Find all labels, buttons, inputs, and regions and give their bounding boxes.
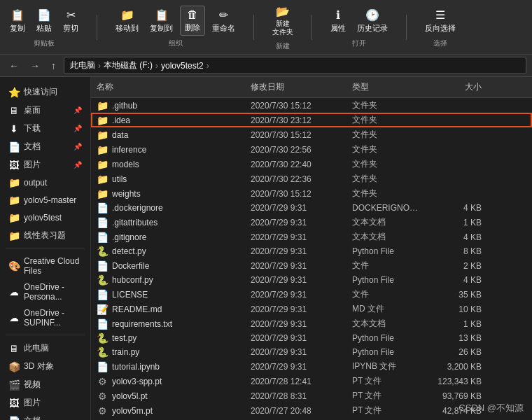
file-name-cell: 🐍 detect.py xyxy=(91,246,245,257)
table-row[interactable]: ⚙ yolov3-spp.pt 2020/7/28 12:41 PT 文件 12… xyxy=(91,374,532,388)
file-icon: 📄 xyxy=(97,202,108,214)
back-button[interactable]: ← xyxy=(6,59,22,73)
file-size-cell: 35 KB xyxy=(427,290,490,300)
file-icon: 📁 xyxy=(97,115,108,126)
file-name: yolov5l.pt xyxy=(112,391,148,401)
history-icon: 🕑 xyxy=(365,8,379,22)
copyto-button[interactable]: 📋 复制到 xyxy=(146,6,177,36)
file-date-cell: 2020/7/29 9:31 xyxy=(245,232,346,242)
file-size-cell: 2 KB xyxy=(427,261,490,271)
sidebar-item-thispc[interactable]: 🖥 此电脑 xyxy=(3,340,88,357)
paste-button[interactable]: 📄 粘贴 xyxy=(32,6,56,36)
file-type-cell: 文本文档 xyxy=(346,231,427,243)
open-buttons: ℹ 属性 🕑 历史记录 xyxy=(326,6,392,36)
table-row[interactable]: 📄 .dockerignore 2020/7/29 9:31 DOCKERIGN… xyxy=(91,201,532,215)
newfolder-icon: 📂 xyxy=(276,5,290,18)
file-date-cell: 2020/7/30 23:12 xyxy=(245,115,346,125)
table-row[interactable]: 📄 requirements.txt 2020/7/29 9:31 文本文档 1… xyxy=(91,316,532,331)
table-row[interactable]: 📄 LICENSE 2020/7/29 9:31 文件 35 KB xyxy=(91,287,532,302)
sidebar-item-cc[interactable]: 🎨 Creative Cloud Files xyxy=(3,253,88,279)
table-row[interactable]: 📄 .gitignore 2020/7/29 9:31 文本文档 4 KB xyxy=(91,230,532,244)
sidebar-item-yolov5test[interactable]: 📁 yolov5test xyxy=(3,209,88,226)
table-row[interactable]: ⚙ yolov5l.pt 2020/7/28 8:31 PT 文件 93,769… xyxy=(91,388,532,403)
sidebar-item-docs2[interactable]: 📄 文档 xyxy=(3,412,88,420)
file-type-cell: 文件夹 xyxy=(346,129,427,141)
table-row[interactable]: 🐍 hubconf.py 2020/7/29 9:31 Python File … xyxy=(91,273,532,287)
file-name-cell: 📄 Dockerfile xyxy=(91,260,245,272)
file-name: .gitignore xyxy=(112,232,146,242)
col-header-size[interactable]: 大小 xyxy=(427,80,490,94)
table-row[interactable]: 📁 .github 2020/7/30 15:12 文件夹 xyxy=(91,98,532,113)
file-size-cell: 123,343 KB xyxy=(427,377,490,386)
delete-button[interactable]: 🗑 删除 xyxy=(180,6,205,36)
cut-button[interactable]: ✂ 剪切 xyxy=(59,6,83,36)
table-row[interactable]: 📁 inference 2020/7/30 22:56 文件夹 xyxy=(91,142,532,157)
table-row[interactable]: 🐍 test.py 2020/7/29 9:31 Python File 13 … xyxy=(91,331,532,345)
file-date-cell: 2020/7/30 22:40 xyxy=(245,160,346,169)
sidebar-item-yolov5master[interactable]: 📁 yolov5-master xyxy=(3,192,88,209)
sidebar-item-docs[interactable]: 📄 文档 📌 xyxy=(3,138,88,155)
file-date-cell: 2020/7/29 9:31 xyxy=(245,319,346,329)
sidebar-item-pictures[interactable]: 🖼 图片 xyxy=(3,394,88,412)
col-header-type[interactable]: 类型 xyxy=(346,80,427,94)
sidebar-item-desktop[interactable]: 🖥 桌面 📌 xyxy=(3,102,88,119)
sidebar-item-output[interactable]: 📁 output xyxy=(3,174,88,191)
sidebar-item-onedrive2[interactable]: ☁ OneDrive - SUPINF... xyxy=(3,305,88,330)
file-size-cell: 13 KB xyxy=(427,333,490,343)
file-name-cell: 📄 LICENSE xyxy=(91,289,245,300)
sidebar-item-video[interactable]: 🎬 视频 xyxy=(3,376,88,393)
table-row[interactable]: ⚙ yolov5m.pt 2020/7/27 20:48 PT 文件 42,87… xyxy=(91,403,532,418)
file-type-cell: MD 文件 xyxy=(346,303,427,315)
table-row[interactable]: 📁 data 2020/7/30 15:12 文件夹 xyxy=(91,127,532,142)
history-button[interactable]: 🕑 历史记录 xyxy=(353,6,392,36)
selectall-button[interactable]: ☰ 反向选择 xyxy=(421,6,460,36)
sidebar-item-3d[interactable]: 📦 3D 对象 xyxy=(3,358,88,375)
up-button[interactable]: ↑ xyxy=(48,59,59,73)
sidebar-item-quickaccess[interactable]: ⭐ 快速访问 xyxy=(3,83,88,101)
file-name-cell: 📁 inference xyxy=(91,144,245,155)
file-type-cell: 文件夹 xyxy=(346,114,427,126)
sidebar-item-onedrive1[interactable]: ☁ OneDrive - Persona... xyxy=(3,279,88,304)
rename-button[interactable]: ✏ 重命名 xyxy=(208,6,239,36)
new-group: 📂 新建文件夹 新建 xyxy=(268,3,298,51)
table-row[interactable]: 📁 .idea 2020/7/30 23:12 文件夹 xyxy=(91,113,532,127)
table-row[interactable]: 📄 tutorial.ipynb 2020/7/29 9:31 IPYNB 文件… xyxy=(91,359,532,374)
file-size-cell: 3,200 KB xyxy=(427,362,490,372)
move-button[interactable]: 📁 移动到 xyxy=(111,6,143,36)
copyto-icon: 📋 xyxy=(155,8,169,22)
file-type-cell: PT 文件 xyxy=(346,405,427,416)
table-row[interactable]: 📁 utils 2020/7/30 22:36 文件夹 xyxy=(91,172,532,186)
file-date-cell: 2020/7/30 22:36 xyxy=(245,174,346,184)
new-label: 新建 xyxy=(276,41,290,51)
properties-button[interactable]: ℹ 属性 xyxy=(326,6,350,36)
table-row[interactable]: 🐍 train.py 2020/7/29 9:31 Python File 26… xyxy=(91,345,532,359)
sidebar-item-download[interactable]: ⬇ 下载 📌 xyxy=(3,120,88,137)
file-size-cell: 1 KB xyxy=(427,319,490,329)
file-name-cell: 📄 .gitignore xyxy=(91,232,245,243)
table-row[interactable]: 📁 models 2020/7/30 22:40 文件夹 xyxy=(91,157,532,172)
forward-button[interactable]: → xyxy=(27,59,43,73)
file-date-cell: 2020/7/29 9:31 xyxy=(245,261,346,271)
newfolder-button[interactable]: 📂 新建文件夹 xyxy=(268,3,298,38)
file-type-cell: Python File xyxy=(346,246,427,256)
file-icon: 📝 xyxy=(97,304,108,315)
table-row[interactable]: 🐍 detect.py 2020/7/29 9:31 Python File 8… xyxy=(91,244,532,258)
file-icon: 🐍 xyxy=(97,332,108,344)
table-row[interactable]: 📄 Dockerfile 2020/7/29 9:31 文件 2 KB xyxy=(91,258,532,273)
table-row[interactable]: 📁 weights 2020/7/30 15:12 文件夹 xyxy=(91,186,532,201)
file-list[interactable]: 📁 .github 2020/7/30 15:12 文件夹 📁 .idea 20… xyxy=(91,98,532,420)
col-header-date[interactable]: 修改日期 xyxy=(245,80,346,94)
sep1 xyxy=(97,15,97,40)
file-icon: 🐍 xyxy=(97,274,108,286)
file-size-cell: 26 KB xyxy=(427,347,490,357)
table-row[interactable]: 📄 .gitattributes 2020/7/29 9:31 文本文档 1 K… xyxy=(91,215,532,230)
col-header-name[interactable]: 名称 xyxy=(91,80,245,94)
sidebar-item-linear[interactable]: 📁 线性表习题 xyxy=(3,227,88,244)
copy-button[interactable]: 📋 复制 xyxy=(6,6,29,36)
file-date-cell: 2020/7/30 15:12 xyxy=(245,189,346,199)
path-part-2: 本地磁盘 (F:) xyxy=(104,59,153,71)
file-name-cell: 📄 requirements.txt xyxy=(91,318,245,330)
table-row[interactable]: 📝 README.md 2020/7/29 9:31 MD 文件 10 KB xyxy=(91,302,532,316)
address-path[interactable]: 此电脑 › 本地磁盘 (F:) › yolov5test2 › xyxy=(64,57,526,74)
sidebar-item-images[interactable]: 🖼 图片 📌 xyxy=(3,156,88,174)
